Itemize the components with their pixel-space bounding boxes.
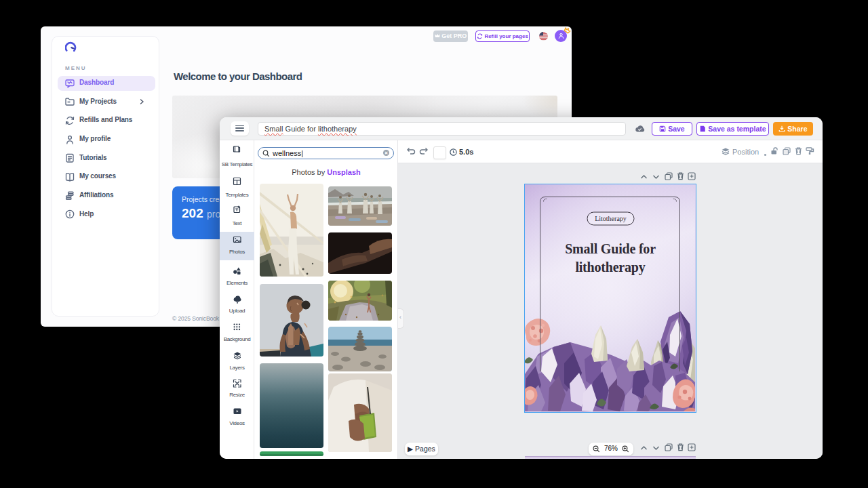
svg-text:Litotherapy: Litotherapy (595, 215, 627, 222)
svg-text:lithotherapy: lithotherapy (575, 260, 645, 275)
svg-text:Small Guide for: Small Guide for (565, 241, 656, 256)
